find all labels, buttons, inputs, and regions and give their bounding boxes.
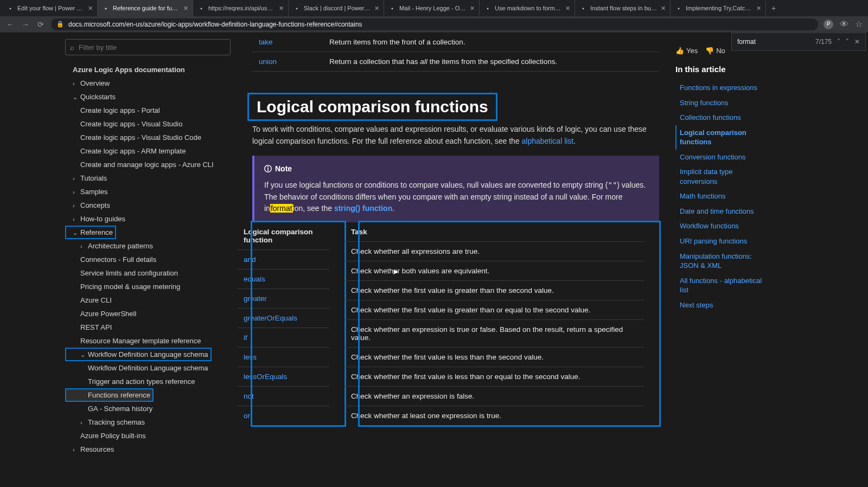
fn-link[interactable]: union: [259, 57, 277, 66]
back-icon[interactable]: ←: [5, 20, 15, 29]
nav-wdls-ga[interactable]: GA - Schema history: [65, 402, 231, 415]
nav-tutorials[interactable]: ›Tutorials: [65, 171, 231, 185]
toc-item[interactable]: All functions - alphabetical list: [675, 273, 768, 298]
alphabetical-link[interactable]: alphabetical list: [522, 137, 574, 145]
table-row: and: [237, 250, 329, 270]
task-cell: Check whether an expression is true or f…: [344, 320, 644, 348]
toc-item[interactable]: Manipulation functions: JSON & XML: [675, 249, 768, 273]
reload-icon[interactable]: ⟳: [36, 20, 46, 29]
toc-item[interactable]: Collection functions: [675, 110, 768, 125]
nav-item[interactable]: Create logic apps - ARM template: [65, 144, 231, 158]
feedback-no[interactable]: 👎No: [705, 47, 725, 55]
tab-close-icon[interactable]: ✕: [661, 5, 666, 12]
toc-item[interactable]: Next steps: [675, 298, 768, 313]
fn-link[interactable]: or: [244, 412, 250, 420]
fn-link[interactable]: lessOrEquals: [244, 373, 287, 381]
eye-off-icon[interactable]: 👁: [840, 20, 848, 29]
nav-cli[interactable]: Azure CLI: [65, 293, 231, 307]
nav-resources[interactable]: ›Resources: [65, 443, 231, 456]
forward-icon[interactable]: →: [21, 20, 30, 29]
tab-close-icon[interactable]: ✕: [279, 5, 284, 12]
chevron-right-icon: ›: [73, 202, 78, 209]
nav-rest[interactable]: REST API: [65, 321, 231, 334]
string-fn-link[interactable]: string() function: [334, 204, 392, 213]
chevron-down-icon: ⌄: [73, 94, 78, 101]
tab-close-icon[interactable]: ✕: [183, 5, 188, 12]
find-prev-icon[interactable]: ˄: [837, 38, 840, 46]
nav-root[interactable]: Azure Logic Apps documentation: [65, 63, 231, 76]
browser-tab[interactable]: ▪Mail - Henry Legge - Outlo✕: [384, 0, 480, 16]
chevron-right-icon: ›: [80, 243, 86, 249]
nav-pricing[interactable]: Pricing model & usage metering: [65, 280, 231, 293]
toc-item[interactable]: Functions in expressions: [675, 80, 768, 95]
new-tab-button[interactable]: +: [766, 0, 781, 16]
star-icon[interactable]: ☆: [855, 19, 863, 29]
browser-tab[interactable]: ▪Reference guide for functio✕: [98, 0, 193, 16]
fn-link[interactable]: and: [244, 255, 256, 264]
nav-howto[interactable]: ›How-to guides: [65, 212, 231, 226]
find-close-icon[interactable]: ✕: [854, 38, 860, 46]
toc-item[interactable]: URI parsing functions: [675, 234, 768, 249]
nav-wdls-schema[interactable]: Workflow Definition Language schema: [65, 361, 231, 375]
toc-item[interactable]: String functions: [675, 95, 768, 111]
nav-wdls-functions[interactable]: Functions reference: [65, 388, 154, 402]
filter-box[interactable]: ⌕: [65, 39, 231, 55]
nav-item[interactable]: Create and manage logic apps - Azure CLI: [65, 158, 231, 171]
fn-link[interactable]: less: [244, 353, 257, 361]
toc-item[interactable]: Implicit data type conversions: [675, 164, 768, 189]
fn-link[interactable]: not: [244, 392, 254, 400]
browser-tab[interactable]: ▪https://reqres.in/api/users?✕: [193, 0, 289, 16]
nav-limits[interactable]: Service limits and configuration: [65, 266, 231, 280]
nav-tracking[interactable]: ›Tracking schemas: [65, 415, 231, 429]
browser-tab[interactable]: ▪Instant flow steps in busine✕: [575, 0, 671, 16]
feedback-yes[interactable]: 👍Yes: [675, 47, 698, 55]
nav-item[interactable]: Create logic apps - Visual Studio: [65, 117, 231, 131]
nav-connectors[interactable]: Connectors - Full details: [65, 253, 231, 266]
nav-item[interactable]: Create logic apps - Portal: [65, 104, 231, 117]
tab-close-icon[interactable]: ✕: [88, 5, 93, 12]
nav-wdls[interactable]: ⌄Workflow Definition Language schema: [65, 348, 212, 361]
toc-item[interactable]: Logical comparison functions: [675, 125, 768, 150]
browser-tab[interactable]: ▪Implementing Try,Catch an✕: [671, 0, 766, 16]
browser-tab[interactable]: ▪Use markdown to format Po✕: [480, 0, 575, 16]
nav-ps[interactable]: Azure PowerShell: [65, 307, 231, 321]
chevron-right-icon: ›: [73, 80, 78, 87]
toc-item[interactable]: Math functions: [675, 189, 768, 204]
browser-tab[interactable]: ▪Slack | discord | Power Aut✕: [289, 0, 384, 16]
favicon-icon: ▪: [388, 4, 396, 12]
fn-link[interactable]: take: [259, 38, 273, 46]
browser-tab[interactable]: ▪Edit your flow | Power Auto✕: [2, 0, 98, 16]
fn-link[interactable]: greaterOrEquals: [244, 314, 297, 322]
task-cell: Check whether the first value is greater…: [344, 300, 644, 320]
tab-close-icon[interactable]: ✕: [374, 5, 379, 12]
tab-close-icon[interactable]: ✕: [470, 5, 475, 12]
tab-close-icon[interactable]: ✕: [565, 5, 570, 12]
fn-link[interactable]: greater: [244, 294, 267, 303]
logic-table: Logical comparison function andequalsgre…: [252, 222, 659, 425]
nav-reference[interactable]: ⌄Reference: [65, 226, 116, 239]
find-next-icon[interactable]: ˅: [846, 38, 849, 46]
favicon-icon: ▪: [484, 4, 492, 12]
address-bar[interactable]: 🔒 docs.microsoft.com/en-us/azure/logic-a…: [51, 18, 818, 30]
nav-architecture[interactable]: ›Architecture patterns: [65, 239, 231, 253]
fn-link[interactable]: equals: [244, 275, 265, 283]
nav-quickstarts[interactable]: ⌄Quickstarts: [65, 90, 231, 104]
filter-input[interactable]: [79, 43, 226, 52]
toc-item[interactable]: Date and time functions: [675, 204, 768, 219]
nav-item[interactable]: Create logic apps - Visual Studio Code: [65, 131, 231, 144]
nav-wdls-trigger[interactable]: Trigger and action types reference: [65, 375, 231, 388]
table-row: Check whether the first value is less th…: [344, 348, 644, 367]
profile-avatar[interactable]: P: [824, 20, 833, 29]
fn-link[interactable]: if: [244, 334, 247, 342]
nav-concepts[interactable]: ›Concepts: [65, 198, 231, 212]
find-query[interactable]: format: [737, 38, 756, 46]
table-row: greater: [237, 289, 329, 309]
tab-close-icon[interactable]: ✕: [756, 5, 761, 12]
nav-samples[interactable]: ›Samples: [65, 185, 231, 198]
nav-rm[interactable]: Resource Manager template reference: [65, 334, 231, 348]
nav-policy[interactable]: Azure Policy built-ins: [65, 429, 231, 443]
toc-item[interactable]: Workflow functions: [675, 219, 768, 234]
nav-overview[interactable]: ›Overview: [65, 76, 231, 90]
favicon-icon: ▪: [7, 4, 14, 12]
toc-item[interactable]: Conversion functions: [675, 150, 768, 165]
